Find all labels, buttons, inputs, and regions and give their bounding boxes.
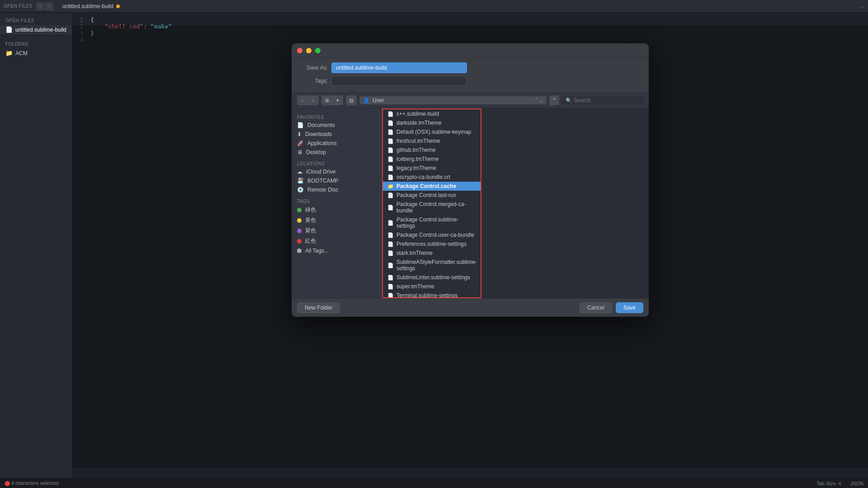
file-panel[interactable]: 📄c++.sublime-build📄darkside.tmTheme📄Defa… <box>382 108 481 298</box>
list-item[interactable]: 📄Preferences.sublime-settings <box>383 239 481 249</box>
list-item[interactable]: 📄Default (OSX).sublime-keymap <box>383 127 481 136</box>
list-item[interactable]: 📄legacy.tmTheme <box>383 164 481 173</box>
all-tags[interactable]: All Tags... <box>292 246 382 255</box>
list-item[interactable]: 📄Package Control.sublime-settings <box>383 215 481 230</box>
empty-panel-1 <box>481 108 565 298</box>
sidebar-panel: Favorites 📄 Documents ⬇ Downloads 🚀 <box>292 108 382 298</box>
file-icon: 📄 <box>387 275 394 281</box>
all-tags-label: All Tags... <box>305 248 329 254</box>
location-dropdown[interactable]: 👤 User ⌃⌄ <box>359 96 547 104</box>
tag-red-label: 紅色 <box>305 237 316 245</box>
list-item[interactable]: 📄darkside.tmTheme <box>383 118 481 127</box>
search-wrapper: 🔍 <box>562 96 643 104</box>
list-item[interactable]: 📄Package Control.merged-ca-bundle <box>383 200 481 215</box>
toolbar-view[interactable]: ⊞ <box>321 95 332 105</box>
list-item[interactable]: 📄Package Control.last-run <box>383 191 481 200</box>
remote-disc-icon: 💿 <box>297 187 304 193</box>
save-as-row: Save As: <box>301 62 640 73</box>
status-bar-right: Tab Size: 4 JSON <box>816 481 863 486</box>
desktop-icon: 🖥 <box>297 149 302 155</box>
tab-size: Tab Size: 4 <box>816 481 841 486</box>
sidebar-open-file[interactable]: 📄 untitled.sublime-build <box>0 25 72 34</box>
tag-purple[interactable]: 紫色 <box>292 225 382 236</box>
maximize-button[interactable] <box>315 48 321 53</box>
tab-modified-dot <box>116 5 120 8</box>
list-item[interactable]: 📄Package Control.user-ca-bundle <box>383 230 481 239</box>
cancel-button[interactable]: Cancel <box>580 302 612 313</box>
sidebar-folder[interactable]: 📁 ACM <box>0 48 72 58</box>
file-name: Preferences.sublime-settings <box>396 241 467 247</box>
location-icon: 👤 <box>363 97 370 103</box>
file-icon: 📄 <box>387 120 394 126</box>
tags-input[interactable] <box>331 76 467 86</box>
bootcamp-icon: 💾 <box>297 178 304 184</box>
list-item[interactable]: 📄SublimeLinter.sublime-settings <box>383 273 481 282</box>
file-icon: 📄 <box>387 156 394 162</box>
folder-name: ACM <box>15 50 28 56</box>
list-item[interactable]: 📁Package Control.cache <box>383 182 481 191</box>
search-input[interactable] <box>574 97 640 103</box>
icloud-icon: ☁ <box>297 169 302 175</box>
tags-section: Tags 緑色 黄色 紫色 <box>292 196 382 257</box>
line-content-1: { <box>90 16 94 23</box>
tag-yellow[interactable]: 黄色 <box>292 215 382 225</box>
file-icon: 📄 <box>387 220 394 226</box>
toolbar-photos[interactable]: ▤ <box>346 95 357 105</box>
file-name: SublimeLinter.sublime-settings <box>396 274 470 281</box>
dropdown-arrow-icon: ⌃⌄ <box>534 97 543 103</box>
file-format: JSON <box>850 481 863 486</box>
tag-purple-dot <box>297 229 302 233</box>
toolbar-extra[interactable]: ⌃ <box>549 95 559 105</box>
list-item[interactable]: 📄super.tmTheme <box>383 282 481 291</box>
file-name: iceberg.tmTheme <box>396 156 439 162</box>
favorites-section: Favorites 📄 Documents ⬇ Downloads 🚀 <box>292 112 382 159</box>
sidebar-icloud[interactable]: ☁ iCloud Drive <box>292 167 382 176</box>
status-text: 4 characters selected <box>11 480 59 486</box>
close-button[interactable] <box>297 48 302 53</box>
file-icon: 📄 <box>387 147 394 153</box>
icloud-label: iCloud Drive <box>306 169 335 175</box>
file-name: oscrypto-ca-bundle.crt <box>396 174 450 180</box>
list-item[interactable]: 📄github.tmTheme <box>383 145 481 155</box>
remote-disc-label: Remote Disc <box>307 187 339 193</box>
tag-red[interactable]: 紅色 <box>292 236 382 246</box>
tag-green-label: 緑色 <box>305 206 316 214</box>
file-name: legacy.tmTheme <box>396 165 436 171</box>
save-as-input[interactable] <box>331 62 467 73</box>
sidebar-applications[interactable]: 🚀 Applications <box>292 139 382 148</box>
sidebar-remote-disc[interactable]: 💿 Remote Disc <box>292 185 382 194</box>
file-name: Package Control.sublime-settings <box>396 216 476 229</box>
sidebar-documents[interactable]: 📄 Documents <box>292 121 382 130</box>
toolbar-forward[interactable]: › <box>308 95 319 105</box>
list-item[interactable]: 📄Terminal.sublime-settings <box>383 291 481 298</box>
open-files-label: OPEN FILES <box>4 4 33 9</box>
sidebar-downloads[interactable]: ⬇ Downloads <box>292 130 382 139</box>
active-tab[interactable]: untitled.sublime-build <box>57 1 125 11</box>
file-icon: 📄 <box>387 111 394 117</box>
list-item[interactable]: 📄c++.sublime-build <box>383 109 481 118</box>
file-name: freshcut.tmTheme <box>396 138 440 144</box>
list-item[interactable]: 📄stark.tmTheme <box>383 249 481 258</box>
list-item[interactable]: 📄oscrypto-ca-bundle.crt <box>383 173 481 182</box>
tags-row: Tags: <box>301 76 640 86</box>
file-icon: 📄 <box>387 174 394 180</box>
top-bar-right: — <box>859 4 864 9</box>
list-item[interactable]: 📄SublimeAStyleFormatter.sublime-settings <box>383 258 481 273</box>
toolbar-view-dropdown[interactable]: ▾ <box>332 95 343 105</box>
tag-green[interactable]: 緑色 <box>292 205 382 215</box>
list-item[interactable]: 📄freshcut.tmTheme <box>383 136 481 145</box>
applications-icon: 🚀 <box>297 140 304 146</box>
sidebar-bootcamp[interactable]: 💾 BOOTCAMP <box>292 176 382 185</box>
toolbar-back[interactable]: ‹ <box>297 95 308 105</box>
new-folder-button[interactable]: New Folder <box>297 302 340 313</box>
save-button[interactable]: Save <box>616 302 643 313</box>
tag-red-dot <box>297 239 302 244</box>
list-item[interactable]: 📄iceberg.tmTheme <box>383 155 481 164</box>
forward-arrow[interactable]: › <box>45 2 53 10</box>
back-arrow[interactable]: ‹ <box>36 2 44 10</box>
editor-container: OPEN FILES 📄 untitled.sublime-build FOLD… <box>0 13 868 478</box>
open-file-name: untitled.sublime-build <box>15 27 66 33</box>
file-name: Package Control.last-run <box>396 192 456 198</box>
sidebar-desktop[interactable]: 🖥 Desktop <box>292 148 382 157</box>
minimize-button[interactable] <box>306 48 311 53</box>
